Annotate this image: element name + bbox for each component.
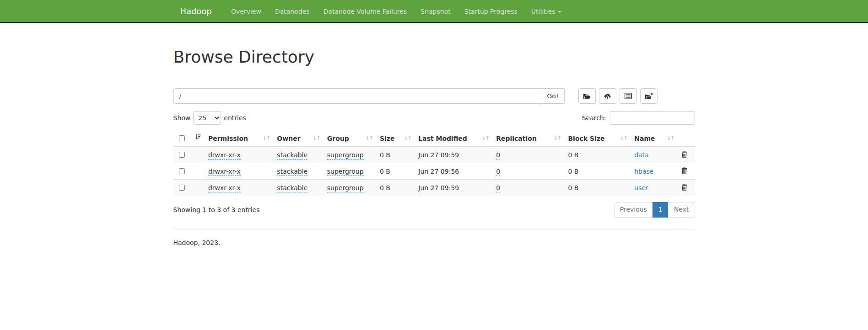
table-info: Showing 1 to 3 of 3 entries — [173, 206, 260, 213]
owner-editable[interactable]: stackable — [277, 184, 307, 192]
row-checkbox[interactable] — [179, 185, 185, 191]
column-header-group[interactable]: Group — [323, 130, 376, 147]
delete-button[interactable] — [681, 151, 687, 158]
last-modified-cell: Jun 27 09:59 — [415, 147, 492, 163]
sort-icon — [553, 135, 561, 141]
table-row: drwxr-xr-x stackable supergroup 0 B Jun … — [173, 163, 695, 180]
chevron-down-icon — [558, 11, 561, 13]
directory-link[interactable]: user — [634, 184, 648, 192]
group-editable[interactable]: supergroup — [327, 151, 364, 160]
table-search-control: Search: — [582, 111, 695, 125]
nav-item-startup-progress[interactable]: Startup Progress — [458, 0, 524, 23]
page-header: Browse Directory — [173, 48, 695, 78]
trash-icon — [681, 184, 687, 191]
size-cell: 0 B — [376, 147, 415, 163]
block-size-cell: 0 B — [564, 163, 631, 180]
table-header-row: Permission Owner Group Size Last Modifie… — [173, 130, 695, 147]
entries-label: entries — [224, 114, 246, 122]
owner-editable[interactable]: stackable — [277, 168, 307, 176]
row-checkbox[interactable] — [179, 168, 185, 174]
replication-editable[interactable]: 0 — [496, 168, 500, 176]
create-directory-button[interactable] — [578, 88, 596, 104]
footer-divider — [173, 229, 695, 230]
replication-editable[interactable]: 0 — [496, 184, 500, 192]
delete-button[interactable] — [681, 167, 687, 174]
move-directory-button[interactable] — [640, 88, 658, 104]
owner-editable[interactable]: stackable — [277, 151, 307, 160]
group-editable[interactable]: supergroup — [327, 168, 364, 176]
row-checkbox[interactable] — [179, 152, 185, 158]
sort-by-attributes-icon — [195, 134, 201, 140]
size-cell: 0 B — [376, 180, 415, 196]
column-header-permission[interactable]: Permission — [205, 130, 273, 147]
upload-files-button[interactable] — [599, 88, 616, 104]
page-length-control: Show 25 entries — [173, 111, 246, 125]
table-search-input[interactable] — [610, 111, 695, 125]
site-footer-text: Hadoop, 2023. — [173, 239, 695, 319]
utilities-label: Utilities — [531, 8, 555, 15]
select-all-header[interactable] — [173, 130, 205, 147]
show-label: Show — [173, 114, 191, 122]
permission-editable[interactable]: drwxr-xr-x — [208, 168, 241, 176]
go-button[interactable]: Go! — [541, 88, 564, 104]
sort-icon — [404, 135, 411, 141]
permission-editable[interactable]: drwxr-xr-x — [208, 151, 241, 160]
block-size-cell: 0 B — [564, 180, 631, 196]
folder-move-icon — [645, 93, 653, 100]
table-row: drwxr-xr-x stackable supergroup 0 B Jun … — [173, 180, 695, 196]
column-header-actions — [678, 130, 695, 147]
trash-icon — [681, 167, 687, 174]
sort-icon — [620, 135, 627, 141]
permission-editable[interactable]: drwxr-xr-x — [208, 184, 241, 192]
pagination-page-1[interactable]: 1 — [652, 202, 669, 218]
sort-icon — [262, 135, 270, 141]
search-label: Search: — [582, 114, 606, 122]
top-navbar: Hadoop Overview Datanodes Datanode Volum… — [0, 0, 868, 23]
directory-link[interactable]: data — [634, 151, 649, 159]
pagination-next[interactable]: Next — [668, 202, 695, 218]
nav-item-datanodes[interactable]: Datanodes — [268, 0, 317, 23]
nav-item-overview[interactable]: Overview — [224, 0, 268, 23]
page-length-select[interactable]: 25 — [193, 111, 221, 125]
size-cell: 0 B — [376, 163, 415, 180]
select-all-checkbox[interactable] — [179, 135, 185, 141]
path-input-group: Go! — [173, 88, 565, 104]
directory-link[interactable]: hbase — [634, 168, 653, 175]
navbar-brand[interactable]: Hadoop — [173, 0, 219, 23]
nav-item-snapshot[interactable]: Snapshot — [414, 0, 457, 23]
page-title: Browse Directory — [173, 48, 695, 66]
column-header-name[interactable]: Name — [631, 130, 678, 147]
nav-item-utilities[interactable]: Utilities — [524, 0, 568, 23]
directory-table: Permission Owner Group Size Last Modifie… — [173, 130, 695, 196]
pagination: Previous 1 Next — [614, 202, 695, 218]
list-alt-icon — [625, 93, 632, 99]
column-header-last-modified[interactable]: Last Modified — [415, 130, 492, 147]
trash-icon — [681, 151, 687, 158]
nav-item-datanode-volume-failures[interactable]: Datanode Volume Failures — [317, 0, 414, 23]
column-header-replication[interactable]: Replication — [492, 130, 564, 147]
column-header-size[interactable]: Size — [376, 130, 415, 147]
sort-icon — [481, 135, 489, 141]
sort-icon — [667, 135, 674, 141]
pagination-previous[interactable]: Previous — [614, 202, 653, 218]
delete-button[interactable] — [681, 184, 687, 191]
sort-icon — [313, 135, 320, 141]
file-list-button[interactable] — [620, 88, 637, 104]
explorer-toolbar — [578, 88, 658, 104]
group-editable[interactable]: supergroup — [327, 184, 364, 192]
last-modified-cell: Jun 27 09:59 — [415, 180, 492, 196]
block-size-cell: 0 B — [564, 147, 631, 163]
column-header-block-size[interactable]: Block Size — [564, 130, 631, 147]
navbar-menu: Overview Datanodes Datanode Volume Failu… — [219, 0, 568, 23]
folder-open-icon — [583, 93, 591, 100]
directory-path-input[interactable] — [173, 88, 542, 104]
column-header-owner[interactable]: Owner — [273, 130, 323, 147]
last-modified-cell: Jun 27 09:56 — [415, 163, 492, 180]
sort-icon — [365, 135, 372, 141]
table-row: drwxr-xr-x stackable supergroup 0 B Jun … — [173, 147, 695, 163]
replication-editable[interactable]: 0 — [496, 151, 500, 160]
cloud-upload-icon — [604, 93, 612, 100]
